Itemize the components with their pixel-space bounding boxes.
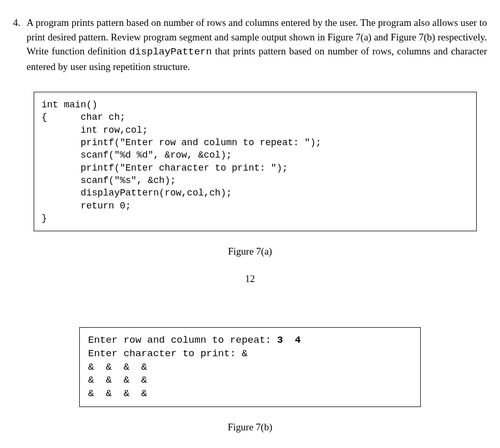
output-rest: Enter character to print: & & & & & & & … [88, 348, 248, 399]
question-text: A program prints pattern based on number… [26, 16, 487, 74]
output-block: Enter row and column to repeat: 3 4 Ente… [79, 327, 421, 407]
question-block: 4. A program prints pattern based on num… [13, 16, 487, 74]
figure-7b-caption: Figure 7(b) [13, 420, 487, 435]
code-block: int main() { char ch; int row,col; print… [34, 92, 477, 231]
figure-7a-caption: Figure 7(a) [13, 244, 487, 259]
output-line1-prefix: Enter row and column to repeat: [88, 334, 277, 346]
question-number: 4. [13, 16, 20, 74]
page-number: 12 [13, 272, 487, 286]
function-name: displayPattern [129, 46, 212, 58]
output-line1-input: 3 4 [277, 334, 301, 346]
